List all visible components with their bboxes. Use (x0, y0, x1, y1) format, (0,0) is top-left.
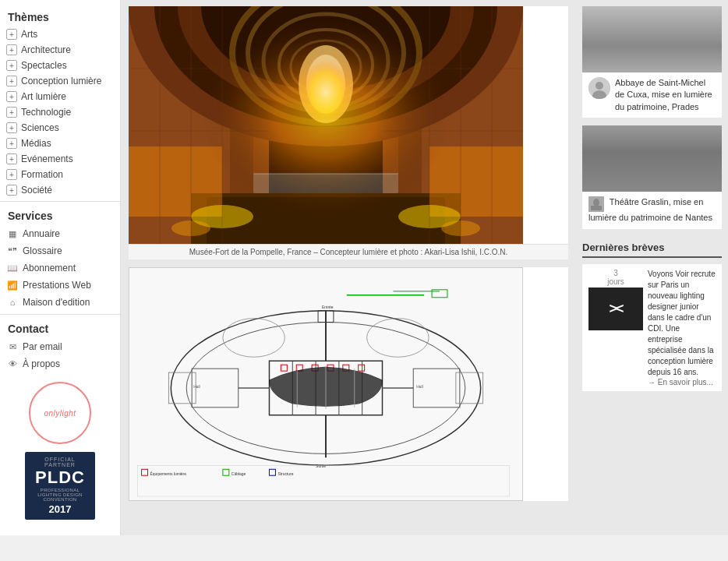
sidebar-item-label: Abonnement (23, 263, 76, 273)
sidebar-item-apropos[interactable]: 👁 À propos (0, 355, 120, 372)
sidebar-item-architecture[interactable]: + Architecture (0, 42, 120, 58)
svg-text:Hall: Hall (193, 385, 200, 389)
tunnel-image (129, 6, 523, 244)
book-icon: 📖 (6, 262, 19, 274)
dernieres-breves-title: Dernières brèves (582, 237, 722, 258)
right-card-2-image (582, 125, 722, 192)
quote-icon: ❝❞ (6, 245, 19, 257)
svg-text:Équipements lumière: Équipements lumière (150, 471, 187, 476)
svg-text:Sortie: Sortie (316, 464, 326, 468)
sidebar-item-arts[interactable]: + Arts (0, 26, 120, 42)
sidebar-item-societe[interactable]: + Société (0, 182, 120, 198)
schematic-block: Entrée Sortie Hall Hall Équipements lumi… (129, 267, 568, 501)
sidebar-item-maison-edition[interactable]: ⌂ Maison d'edition (0, 294, 120, 311)
sidebar-item-sciences[interactable]: + Sciences (0, 120, 120, 136)
right-card-1-text: Abbaye de Saint-Michel de Cuxa, mise en … (615, 77, 716, 113)
right-card-2: Théâtre Graslin, mise en lumière du patr… (582, 125, 722, 228)
svg-text:Entrée: Entrée (322, 305, 334, 309)
sidebar-item-label: Architecture (21, 44, 71, 55)
schematic-image: Entrée Sortie Hall Hall Équipements lumi… (129, 267, 523, 501)
sidebar-item-label: Médias (21, 138, 51, 149)
sidebar-item-medias[interactable]: + Médias (0, 136, 120, 151)
sidebar-item-spectacles[interactable]: + Spectacles (0, 58, 120, 73)
sidebar-item-label: Société (21, 185, 52, 196)
breve-days: 3 jours (607, 269, 624, 286)
eye-icon: 👁 (6, 358, 19, 370)
plus-icon: + (6, 91, 17, 102)
sidebar-item-prestations-web[interactable]: 📶 Prestations Web (0, 277, 120, 294)
main-image (129, 6, 523, 244)
pldc-full-name: PROFESSIONAL LIGHTING DESIGN CONVENTION (30, 488, 90, 502)
sidebar-item-email[interactable]: ✉ Par email (0, 338, 120, 355)
pldc-letters: PLDC (30, 468, 90, 488)
plus-icon: + (6, 60, 17, 71)
right-card-2-text: Théâtre Graslin, mise en lumière du patr… (588, 196, 716, 224)
plus-icon: + (6, 153, 17, 164)
breve-card: 3 jours >< Voyons Voir recrute sur Paris… (582, 264, 722, 391)
sidebar-item-label: Maison d'edition (23, 297, 90, 308)
sidebar-item-technologie[interactable]: + Technologie (0, 104, 120, 120)
plus-icon: + (6, 138, 17, 149)
svg-text:Hall: Hall (416, 385, 423, 389)
sidebar-logos: onlylight OFFICIAL PARTNER PLDC PROFESSI… (0, 372, 120, 529)
plus-icon: + (6, 185, 17, 196)
sidebar-item-label: Technologie (21, 107, 71, 118)
sidebar-item-art-lumiere[interactable]: + Art lumière (0, 89, 120, 104)
right-card-2-content: Théâtre Graslin, mise en lumière du patr… (582, 192, 722, 228)
right-card-1-content: Abbaye de Saint-Michel de Cuxa, mise en … (582, 72, 722, 118)
pldc-logo[interactable]: OFFICIAL PARTNER PLDC PROFESSIONAL LIGHT… (25, 452, 95, 520)
plus-icon: + (6, 44, 17, 55)
sidebar-item-conception-lumiere[interactable]: + Conception lumière (0, 73, 120, 89)
right-card-1: Abbaye de Saint-Michel de Cuxa, mise en … (582, 6, 722, 118)
services-title: Services (0, 205, 120, 225)
article-image-block: Musée-Fort de la Pompelle, France – Conc… (129, 6, 568, 259)
sidebar-item-label: Conception lumière (21, 76, 101, 86)
right-sidebar: Abbaye de Saint-Michel de Cuxa, mise en … (576, 0, 728, 535)
pldc-official-label: OFFICIAL PARTNER (30, 457, 90, 468)
left-sidebar: Thèmes + Arts + Architecture + Spectacle… (0, 0, 121, 535)
svg-point-81 (593, 199, 599, 206)
sidebar-item-label: Art lumière (21, 91, 66, 102)
sidebar-item-annuaire[interactable]: ▦ Annuaire (0, 225, 120, 242)
breve-thumb-text: >< (609, 301, 622, 317)
main-content: Musée-Fort de la Pompelle, France – Conc… (121, 0, 576, 535)
pldc-year: 2017 (30, 503, 90, 515)
sidebar-item-label: Formation (21, 169, 63, 180)
image-caption: Musée-Fort de la Pompelle, France – Conc… (129, 244, 568, 259)
plus-icon: + (6, 169, 17, 180)
svg-point-78 (595, 82, 603, 90)
breve-more-link[interactable]: → En savoir plus... (648, 378, 716, 386)
breve-meta: Voyons Voir recrute sur Paris un nouveau… (648, 269, 716, 386)
sidebar-item-label: À propos (23, 358, 60, 369)
svg-rect-38 (253, 174, 398, 193)
svg-text:Câblage: Câblage (231, 472, 246, 476)
email-icon: ✉ (6, 340, 19, 353)
sidebar-item-label: Glossaire (23, 245, 62, 256)
sidebar-item-label: Prestations Web (23, 280, 91, 291)
wifi-icon: 📶 (6, 279, 19, 291)
list-icon: ▦ (6, 228, 19, 240)
sidebar-item-label: Spectacles (21, 60, 67, 71)
divider (0, 201, 120, 202)
svg-text:Structure: Structure (277, 472, 293, 476)
onlylight-logo[interactable]: onlylight (29, 382, 91, 444)
home-icon: ⌂ (6, 296, 19, 309)
right-card-1-image (582, 6, 722, 72)
themes-title: Thèmes (0, 6, 120, 26)
svg-point-27 (263, 6, 388, 162)
card2-thumbnail (588, 196, 604, 212)
plus-icon: + (6, 29, 17, 40)
plus-icon: + (6, 76, 17, 86)
sidebar-item-formation[interactable]: + Formation (0, 167, 120, 182)
sidebar-item-abonnement[interactable]: 📖 Abonnement (0, 259, 120, 277)
avatar-svg (588, 77, 610, 99)
schematic-svg: Entrée Sortie Hall Hall Équipements lumi… (129, 268, 522, 500)
sidebar-item-evenements[interactable]: + Evénements (0, 151, 120, 167)
breve-text: Voyons Voir recrute sur Paris un nouveau… (648, 269, 716, 378)
contact-title: Contact (0, 318, 120, 338)
sidebar-item-glossaire[interactable]: ❝❞ Glossaire (0, 242, 120, 259)
sidebar-item-label: Evénements (21, 153, 73, 164)
plus-icon: + (6, 122, 17, 133)
sidebar-item-label: Sciences (21, 122, 59, 133)
plus-icon: + (6, 107, 17, 118)
